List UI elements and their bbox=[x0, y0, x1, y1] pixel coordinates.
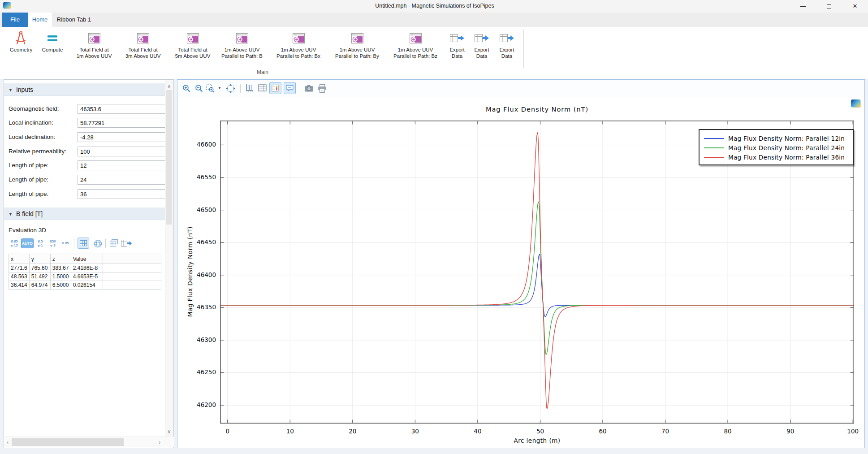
geometry-button[interactable]: Geometry bbox=[5, 30, 37, 53]
plot-window-icon bbox=[328, 30, 386, 47]
horizontal-scroll-thumb[interactable] bbox=[12, 438, 124, 446]
minimize-button[interactable]: — bbox=[793, 0, 813, 13]
printer-icon bbox=[318, 84, 327, 93]
table-row[interactable]: 48.563 51.492 1.5000 4.6653E-5 bbox=[9, 272, 161, 281]
axis-settings-button[interactable] bbox=[244, 83, 255, 94]
graphics-panel: ▼ bbox=[177, 79, 865, 448]
compute-button[interactable]: Compute bbox=[38, 30, 67, 53]
print-button[interactable] bbox=[317, 83, 328, 94]
cell: 4.6653E-5 bbox=[71, 272, 103, 281]
inputs-section-header[interactable]: ▼Inputs bbox=[4, 83, 165, 96]
column-header-x[interactable]: x bbox=[9, 254, 30, 264]
pipe-length-36-input[interactable] bbox=[78, 189, 165, 199]
button-label-2: Data bbox=[495, 53, 518, 59]
tab-home[interactable]: Home bbox=[28, 13, 52, 27]
zoom-box-dropdown-icon[interactable]: ▼ bbox=[218, 86, 221, 90]
plot-area[interactable] bbox=[220, 121, 854, 424]
column-header-y[interactable]: y bbox=[29, 254, 50, 264]
export-data-button-2[interactable]: ExportData bbox=[470, 30, 493, 59]
ribbon: Geometry Compute Total Field at1m Above … bbox=[0, 27, 868, 79]
button-label-2: 5m Above UUV bbox=[167, 53, 219, 59]
tooltip-toggle-button[interactable] bbox=[284, 82, 296, 94]
geomagnetic-field-label: Geomagnetic field: bbox=[9, 105, 59, 112]
copy-table-button[interactable] bbox=[109, 238, 120, 248]
column-header-z[interactable]: z bbox=[50, 254, 71, 264]
zoom-out-button[interactable] bbox=[194, 83, 204, 94]
button-label: Total Field at bbox=[167, 47, 219, 53]
button-label: Export bbox=[470, 47, 493, 53]
x-tick-label: 50 bbox=[529, 428, 551, 435]
tab-file[interactable]: File bbox=[2, 13, 28, 27]
plot-title: Mag Flux Density Norm (nT) bbox=[220, 106, 854, 113]
button-label: 1m Above UUV bbox=[213, 47, 271, 53]
tab-ribbon-tab-1[interactable]: Ribbon Tab 1 bbox=[52, 13, 96, 27]
cell: 765.60 bbox=[29, 264, 50, 272]
button-label-2: Parallel to Path: B bbox=[213, 53, 271, 59]
zoom-extents-button[interactable] bbox=[225, 83, 236, 94]
full-precision-button[interactable]: 8.85 e-12 bbox=[9, 238, 20, 247]
export-data-button-3[interactable]: ExportData bbox=[495, 30, 518, 59]
pipe-length-12-input[interactable] bbox=[78, 160, 165, 170]
zoom-in-button[interactable] bbox=[181, 83, 192, 94]
plot-window-icon bbox=[386, 30, 445, 47]
local-declination-input[interactable] bbox=[78, 132, 165, 142]
x-tick-label: 40 bbox=[466, 428, 489, 435]
cell: 383.67 bbox=[50, 264, 71, 272]
ribbon-group-separator bbox=[523, 30, 524, 68]
local-inclination-label: Local inclination: bbox=[9, 119, 53, 126]
legend-icon bbox=[272, 84, 279, 92]
relative-permeability-input[interactable] bbox=[78, 147, 165, 156]
export-data-icon bbox=[445, 30, 469, 47]
table-row[interactable]: 36.414 64.974 6.5000 0.026154 bbox=[9, 281, 161, 290]
parallel-path-b-button[interactable]: 1m Above UUVParallel to Path: B bbox=[213, 30, 271, 59]
parallel-path-bz-button[interactable]: 1m Above UUVParallel to Path: Bz bbox=[386, 30, 445, 59]
snapshot-button[interactable] bbox=[303, 83, 314, 94]
total-field-1m-button[interactable]: Total Field at1m Above UUV bbox=[68, 30, 120, 59]
maximize-button[interactable] bbox=[819, 0, 839, 13]
legend-toggle-button[interactable] bbox=[269, 82, 281, 94]
zoom-box-button[interactable] bbox=[205, 83, 216, 94]
scroll-left-icon[interactable]: ‹ bbox=[7, 437, 9, 448]
engineering-notation-button[interactable]: 8.5 e-1 bbox=[35, 238, 46, 247]
decimal-notation-button[interactable]: 0.85 bbox=[60, 238, 71, 245]
horizontal-scrollbar[interactable]: ‹ › bbox=[4, 437, 174, 447]
x-tick-label: 10 bbox=[279, 428, 301, 435]
button-label: Compute bbox=[38, 47, 67, 53]
vertical-scrollbar[interactable]: ∧ ∨ bbox=[165, 80, 173, 437]
scientific-notation-button[interactable]: 850 e-3 bbox=[47, 238, 59, 247]
button-label-2: Data bbox=[445, 53, 469, 59]
export-table-button[interactable] bbox=[121, 238, 132, 248]
automatic-notation-button[interactable]: AUTO bbox=[21, 238, 34, 248]
scroll-down-icon[interactable]: ∨ bbox=[167, 426, 171, 437]
close-button[interactable]: ✕ bbox=[845, 0, 865, 13]
cell-empty bbox=[103, 272, 161, 281]
local-inclination-input[interactable] bbox=[78, 118, 165, 128]
pipe-length-24-input[interactable] bbox=[78, 175, 165, 185]
scroll-right-icon[interactable]: › bbox=[159, 437, 160, 448]
table-view-button[interactable] bbox=[78, 238, 89, 249]
y-tick-label: 46400 bbox=[177, 271, 216, 278]
geomagnetic-field-input[interactable] bbox=[78, 104, 165, 114]
vertical-scroll-thumb[interactable] bbox=[166, 90, 172, 225]
bfield-section-header[interactable]: ▼B field [T] bbox=[4, 208, 165, 220]
sphere-view-button[interactable] bbox=[93, 238, 103, 248]
copy-table-icon bbox=[110, 239, 119, 247]
maximize-icon bbox=[827, 4, 831, 9]
x-tick-label: 0 bbox=[216, 428, 239, 435]
cell: 0.026154 bbox=[71, 281, 103, 290]
y-tick-label: 46550 bbox=[177, 173, 216, 181]
export-data-button-1[interactable]: ExportData bbox=[445, 30, 469, 59]
total-field-3m-button[interactable]: Total Field at3m Above UUV bbox=[117, 30, 169, 59]
button-label-2: Data bbox=[470, 53, 493, 59]
button-label: 1m Above UUV bbox=[386, 47, 445, 53]
total-field-5m-button[interactable]: Total Field at5m Above UUV bbox=[167, 30, 219, 59]
grid-button[interactable] bbox=[257, 83, 268, 94]
column-header-value[interactable]: Value bbox=[71, 254, 103, 264]
table-row[interactable]: 2771.6 765.60 383.67 2.4186E-8 bbox=[9, 264, 161, 272]
parallel-path-by-button[interactable]: 1m Above UUVParallel to Path: By bbox=[328, 30, 386, 59]
cell: 2771.6 bbox=[9, 264, 30, 272]
pipe-length-36-label: Length of pipe: bbox=[9, 190, 48, 197]
x-axis-label: Arc length (m) bbox=[220, 437, 854, 444]
parallel-path-bx-button[interactable]: 1m Above UUVParallel to Path: Bx bbox=[269, 30, 328, 59]
cell: 2.4186E-8 bbox=[71, 264, 103, 272]
